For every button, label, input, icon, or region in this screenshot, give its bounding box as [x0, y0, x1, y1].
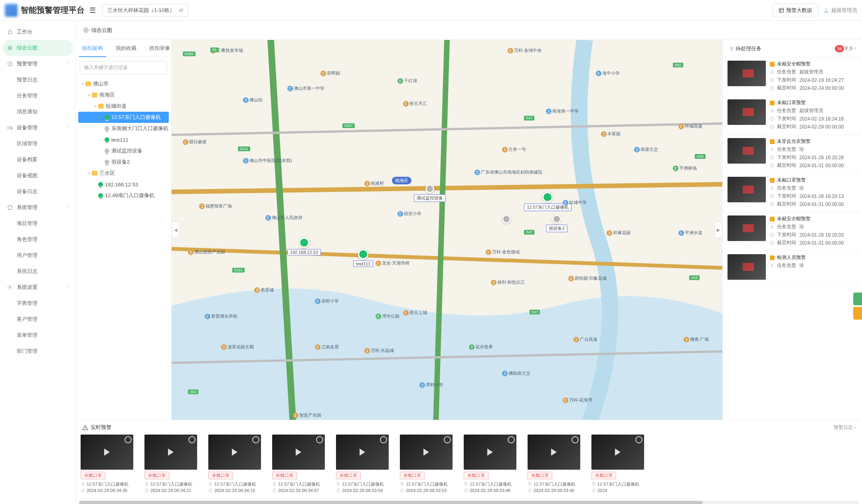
nav-工作台[interactable]: 工作台	[0, 24, 75, 40]
map-marker[interactable]: test111	[353, 249, 373, 267]
map-marker[interactable]: 192.168.12.53	[287, 237, 321, 255]
zoom-icon[interactable]	[316, 436, 323, 443]
alert-thumbnail[interactable]	[336, 435, 389, 470]
zoom-icon[interactable]	[508, 436, 515, 443]
alert-card[interactable]: 未戴口罩12.57东门入口摄像机2024-02-28 08:34:21	[144, 435, 197, 493]
nav-角色管理[interactable]: 角色管理	[0, 231, 75, 247]
realtime-alert-row[interactable]: 未戴口罩12.57东门入口摄像机2024-02-28 08:34:35未戴口罩1…	[76, 435, 862, 496]
alert-thumbnail[interactable]	[464, 435, 516, 470]
alert-card[interactable]: 未戴口罩12.57东门入口摄像机2024-02-28 08:33:53	[400, 435, 453, 493]
map-poi: 文江南名居	[315, 344, 339, 350]
task-list[interactable]: 未戴安全帽预警任务负责超级管理员下发时间2024-02-19 16:24:27截…	[723, 57, 862, 420]
alert-card[interactable]: 未戴口罩12.57东门入口摄像机2024-02-28 08:34:35	[81, 435, 133, 493]
nav-部门管理[interactable]: 部门管理	[0, 343, 75, 359]
alert-thumbnail[interactable]	[528, 435, 580, 470]
side-floating-buttons[interactable]	[853, 293, 862, 321]
tree-node[interactable]: ▾佛山市	[78, 78, 169, 89]
user-icon	[770, 109, 775, 113]
nav-任务管理[interactable]: 任务管理	[0, 88, 75, 104]
tree-node[interactable]: 测试监控设备	[78, 145, 169, 156]
alert-thumbnail[interactable]	[272, 435, 325, 470]
nav-预警管理[interactable]: 预警管理⌃	[0, 56, 75, 72]
zoom-icon[interactable]	[125, 436, 132, 443]
camera-icon	[105, 115, 109, 120]
nav-预警日志[interactable]: 预警日志	[0, 72, 75, 88]
tasks-more-link[interactable]: 更多 ›	[844, 45, 856, 52]
nav-用户管理[interactable]: 用户管理	[0, 247, 75, 263]
tab-组织架构[interactable]: 组织架构	[76, 40, 109, 57]
svg-point-2	[8, 46, 12, 49]
poi-icon: 文	[221, 344, 227, 350]
nav-字典管理[interactable]: 字典管理	[0, 295, 75, 311]
poi-icon: 文	[563, 397, 568, 403]
svg-point-43	[593, 483, 594, 484]
nav-设备管理[interactable]: 设备管理⌃	[0, 120, 75, 136]
zoom-icon[interactable]	[635, 436, 643, 443]
map-poi: 文佛奥·广场	[684, 336, 709, 342]
menu-toggle-icon[interactable]: ☰	[89, 6, 96, 15]
tree-node[interactable]: 192.168.12.53	[78, 179, 169, 190]
map-marker[interactable]: 假设备2	[546, 215, 567, 232]
nav-设备档案[interactable]: 设备档案	[0, 152, 75, 168]
tree-node[interactable]: ▾南海区	[78, 89, 169, 101]
task-item[interactable]: 未戴口罩预警任务负责超级管理员下发时间2024-02-19 16:24:16截至…	[723, 96, 862, 135]
zoom-icon[interactable]	[444, 436, 451, 443]
task-item[interactable]: 未戴口罩预警任务负责珍下发时间2024-01-26 16:20:13截至时间20…	[723, 174, 862, 212]
map[interactable]: 南海区 192.168.12.53test111测试监控设备12.57东门入口摄…	[172, 40, 722, 420]
alert-card[interactable]: 未戴口罩12.57东门入口摄像机2024-02-28 08:34:15	[208, 435, 261, 493]
tree-node[interactable]: ▾三水区	[78, 168, 169, 179]
tree-node[interactable]: ▾桂城街道	[78, 101, 169, 112]
svg-point-17	[771, 148, 773, 150]
tree-node[interactable]: 假设备2	[78, 156, 169, 168]
map-poi: 文依云上城	[403, 310, 427, 316]
alert-thumbnail[interactable]	[208, 435, 261, 470]
nav-菜单管理[interactable]: 菜单管理	[0, 327, 75, 343]
alert-thumbnail[interactable]	[81, 435, 133, 470]
nav-系统日志[interactable]: 系统日志	[0, 263, 75, 279]
tree-node[interactable]: 12.49南门入口摄像机	[78, 190, 169, 201]
alert-card[interactable]: 未戴口罩12.57东门入口摄像机2024	[591, 435, 644, 493]
zoom-icon[interactable]	[571, 436, 579, 443]
task-item[interactable]: 检测人员预警任务负责珍	[723, 251, 862, 283]
map-marker[interactable]: 测试监控设备	[414, 184, 446, 202]
nav-综合云图[interactable]: 综合云图	[2, 40, 73, 56]
task-item[interactable]: 未戴安全帽预警任务负责超级管理员下发时间2024-02-19 16:24:27截…	[723, 57, 862, 96]
alert-card[interactable]: 未戴口罩12.57东门入口摄像机2024-02-28 08:33:40	[528, 435, 580, 493]
alert-card[interactable]: 未戴口罩12.57东门入口摄像机2024-02-28 08:34:07	[272, 435, 325, 493]
alert-card[interactable]: 未戴口罩12.57东门入口摄像机2024-02-28 08:33:46	[464, 435, 516, 493]
map-marker[interactable]	[502, 215, 511, 223]
horizontal-scrollbar[interactable]	[79, 501, 859, 504]
nav-系统设置[interactable]: 系统设置⌃	[0, 279, 75, 295]
poi-icon: 文	[673, 166, 678, 171]
tree-node[interactable]: test111	[78, 134, 169, 145]
tree-filter-input[interactable]: 输入关键字进行过滤	[80, 61, 167, 74]
alert-thumbnail[interactable]	[400, 435, 453, 470]
user-menu[interactable]: 超级管理员	[823, 7, 857, 14]
map-collapse-left[interactable]: ◀	[172, 222, 180, 238]
alert-thumbnail[interactable]	[591, 435, 644, 470]
task-item[interactable]: 未戴安全帽预警任务负责珍下发时间2024-01-26 16:20:03截至时间2…	[723, 212, 862, 251]
alert-card[interactable]: 未戴口罩12.57东门入口摄像机2024-02-28 08:33:59	[336, 435, 389, 493]
tree-node[interactable]: 12.57东门入口摄像机	[78, 112, 169, 123]
location-selector[interactable]: 三水恒大梓林花园（1-10栋） ⇄	[102, 4, 188, 17]
alert-thumbnail[interactable]	[144, 435, 197, 470]
nav-区域管理[interactable]: 区域管理	[0, 136, 75, 152]
realtime-more-link[interactable]: 预警日志 ›	[834, 424, 856, 431]
big-data-button[interactable]: 预警大数据	[773, 4, 818, 17]
nav-系统管理[interactable]: 系统管理⌃	[0, 200, 75, 215]
zoom-icon[interactable]	[188, 436, 196, 443]
zoom-icon[interactable]	[380, 436, 387, 443]
task-item[interactable]: 未穿反光衣预警任务负责珍下发时间2024-01-26 16:20:26截至时间2…	[723, 135, 862, 174]
tree-node[interactable]: 东南侧大门口入口摄像机	[78, 123, 169, 134]
map-poi: 文依云天汇	[403, 101, 427, 107]
nav-设备视图[interactable]: 设备视图	[0, 168, 75, 184]
tab-我的收藏[interactable]: 我的收藏	[109, 40, 143, 57]
svg-point-35	[338, 483, 338, 484]
zoom-icon[interactable]	[252, 436, 259, 443]
nav-设备日志[interactable]: 设备日志	[0, 184, 75, 200]
map-collapse-right[interactable]: ▶	[714, 222, 722, 238]
nav-项目管理[interactable]: 项目管理	[0, 215, 75, 231]
nav-客户管理[interactable]: 客户管理	[0, 311, 75, 327]
nav-消息通知[interactable]: 消息通知	[0, 104, 75, 120]
map-poi: 文千灯湖	[397, 78, 417, 84]
